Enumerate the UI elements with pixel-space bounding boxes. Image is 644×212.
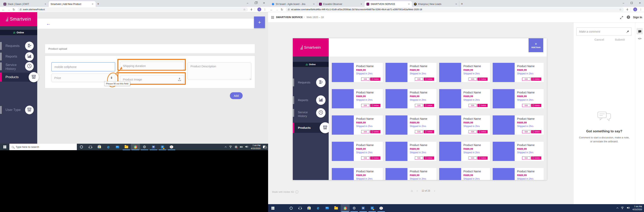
delete-button[interactable]: Delete [370, 78, 380, 81]
delete-button[interactable]: Delete [478, 78, 488, 81]
mock-add-item-button[interactable]: + Add item [528, 38, 543, 52]
taskbar-chrome-icon[interactable] [131, 144, 140, 150]
mock-sidebar-item-requests[interactable]: Requests [293, 78, 329, 87]
edit-button[interactable]: Edit [522, 130, 530, 133]
edit-button[interactable]: Edit [361, 156, 370, 160]
back-icon[interactable]: ← [2, 8, 5, 11]
delete-button[interactable]: Delete [531, 104, 541, 107]
taskbar-search-box[interactable]: Type here to search [10, 144, 77, 150]
tab-close-icon[interactable]: × [92, 3, 94, 6]
shipping-duration-input[interactable] [120, 62, 184, 70]
tab-close-icon[interactable]: × [360, 3, 362, 6]
windows-start-icon[interactable] [0, 144, 10, 150]
comment-box[interactable] [576, 28, 632, 36]
taskbar-clock[interactable]: 7:44 PM 4/15/2020 [632, 205, 642, 211]
taskbar-settings-icon[interactable] [350, 204, 359, 212]
profile-avatar[interactable]: t [257, 8, 261, 11]
edit-button[interactable]: Edit [361, 78, 370, 81]
taskbar-outlook-icon[interactable] [368, 204, 377, 212]
profile-avatar[interactable]: t [633, 8, 637, 11]
edit-button[interactable]: Edit [415, 78, 423, 81]
minimize-button[interactable] [619, 0, 628, 6]
taskbar-snipping-icon[interactable] [167, 144, 176, 150]
taskbar-chrome-icon[interactable] [340, 204, 350, 212]
taskbar-mail-icon[interactable] [113, 144, 122, 150]
volume-icon[interactable] [626, 206, 630, 210]
menu-dots-icon[interactable]: ⋮ [264, 8, 266, 11]
delete-button[interactable]: Delete [478, 156, 488, 160]
edit-button[interactable]: Edit [415, 156, 423, 160]
tab-close-icon[interactable]: × [408, 3, 410, 6]
minimize-button[interactable] [244, 0, 252, 6]
close-button[interactable] [260, 0, 268, 6]
edit-button[interactable]: Edit [468, 156, 477, 160]
extension-icon[interactable] [250, 9, 252, 11]
edit-button[interactable]: Edit [522, 78, 530, 81]
edit-button[interactable]: Edit [415, 130, 423, 133]
next-screen-icon[interactable]: › [434, 189, 435, 192]
tab-close-icon[interactable]: × [313, 3, 315, 6]
delete-button[interactable]: Delete [370, 156, 380, 160]
edit-button[interactable]: Edit [415, 104, 423, 107]
submit-button[interactable]: Submit [615, 38, 625, 41]
taskbar-outlook-icon[interactable] [158, 144, 167, 150]
comment-input[interactable] [576, 28, 632, 36]
extension-icon[interactable] [626, 9, 628, 11]
artboard-preview[interactable]: Smartvein + Add item Online Requests [293, 38, 547, 180]
menu-dots-icon[interactable]: ⋮ [640, 8, 642, 11]
taskbar-store-icon[interactable] [95, 144, 104, 150]
refresh-icon[interactable]: ↻ [281, 8, 283, 11]
wifi-icon[interactable] [621, 206, 624, 210]
home-icon[interactable]: ⌂ [411, 189, 413, 192]
restore-button[interactable] [252, 0, 260, 6]
edit-button[interactable]: Edit [468, 104, 477, 107]
add-submit-button[interactable]: Add [230, 92, 243, 99]
chevron-up-icon[interactable] [616, 207, 618, 209]
battery-icon[interactable] [240, 146, 242, 148]
delete-button[interactable]: Delete [424, 104, 434, 107]
product-description-textarea[interactable] [188, 62, 251, 80]
delete-button[interactable]: Delete [370, 130, 380, 133]
bookmark-star-icon[interactable]: ☆ [243, 8, 246, 11]
wifi-icon[interactable] [229, 145, 232, 149]
edit-button[interactable]: Edit [361, 104, 370, 107]
taskbar-taskview-icon[interactable] [296, 204, 304, 212]
taskbar-explorer-icon[interactable] [122, 144, 131, 150]
sidebar-item-reports[interactable]: Reports [0, 52, 37, 61]
tab-jira[interactable]: SV board - Agile board - Jira × [270, 1, 317, 7]
tab-smartvein-add-product[interactable]: Smartvein | Add New Product × [48, 1, 96, 7]
notification-icon[interactable] [263, 146, 266, 148]
taskbar-cortana-icon[interactable] [77, 144, 86, 150]
product-name-input[interactable] [51, 62, 115, 71]
maximize-button[interactable] [628, 0, 636, 6]
delete-button[interactable]: Delete [531, 78, 541, 81]
delete-button[interactable]: Delete [478, 130, 488, 133]
delete-button[interactable]: Delete [370, 104, 380, 107]
edit-button[interactable]: Edit [522, 156, 530, 160]
edit-button[interactable]: Edit [468, 130, 477, 133]
new-tab-button[interactable]: + [96, 1, 101, 7]
help-icon[interactable]: ? [627, 16, 630, 19]
taskbar-settings-icon[interactable] [140, 144, 149, 150]
forward-icon[interactable]: → [7, 8, 10, 11]
sidebar-item-requests[interactable]: Requests [0, 42, 37, 50]
prev-screen-icon[interactable]: ‹ [417, 189, 418, 192]
tab-close-icon[interactable]: × [455, 3, 457, 6]
price-select[interactable]: Price [51, 74, 115, 82]
mock-sidebar-item-products[interactable]: Products [293, 123, 329, 133]
taskbar-store-icon[interactable] [304, 204, 314, 212]
code-tool-icon[interactable]: </> [635, 37, 644, 40]
address-bar[interactable]: svein.site/newProduct ☆ [18, 8, 248, 12]
comment-tool-icon[interactable] [636, 28, 643, 34]
close-button[interactable] [636, 0, 644, 6]
mock-sidebar-item-reports[interactable]: Reports [293, 95, 329, 105]
taskbar-word-icon[interactable] [359, 204, 368, 212]
edit-button[interactable]: Edit [361, 130, 370, 133]
delete-button[interactable]: Delete [531, 156, 541, 160]
tab-smartvein-service[interactable]: SMARTVEIN SERVICE × [364, 1, 412, 7]
app-back-icon[interactable]: ← [46, 21, 51, 26]
taskbar-snipping-icon[interactable] [377, 204, 386, 212]
delete-button[interactable]: Delete [424, 130, 434, 133]
taskbar-mail-icon[interactable] [322, 204, 332, 212]
taskbar-search-tb-icon[interactable] [278, 204, 286, 212]
